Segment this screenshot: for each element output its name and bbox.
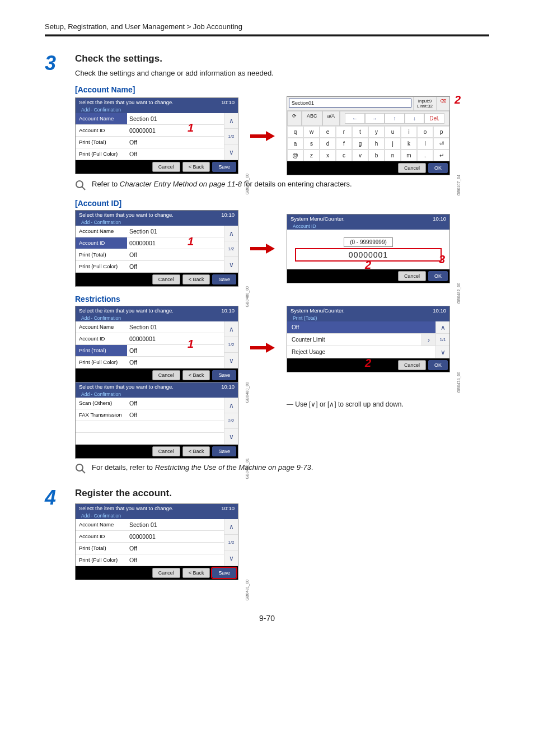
row-acct-name-val[interactable]: Section 01 bbox=[127, 519, 224, 530]
key-c[interactable]: c bbox=[336, 150, 352, 161]
kb-mode-case[interactable]: a/A bbox=[322, 111, 340, 126]
menu-reject-usage[interactable]: Reject Usage bbox=[287, 346, 435, 358]
kb-input-field[interactable]: Section01 bbox=[289, 99, 411, 108]
row-pt-val[interactable]: Off bbox=[127, 345, 224, 356]
save-button[interactable]: Save bbox=[212, 370, 236, 380]
back-button[interactable]: < Back bbox=[182, 446, 210, 456]
key-g[interactable]: g bbox=[352, 138, 368, 150]
cancel-button[interactable]: Cancel bbox=[398, 360, 426, 370]
key-p[interactable]: p bbox=[433, 126, 449, 138]
scroll-down-icon[interactable]: ∨ bbox=[224, 550, 238, 566]
key-j[interactable]: j bbox=[385, 138, 401, 150]
ok-button[interactable]: OK bbox=[428, 360, 448, 370]
back-button[interactable]: < Back bbox=[182, 568, 210, 578]
row-pt-val[interactable]: Off bbox=[127, 543, 224, 554]
cancel-button[interactable]: Cancel bbox=[152, 370, 180, 380]
menu-off[interactable]: Off bbox=[287, 321, 435, 333]
key-q[interactable]: q bbox=[287, 126, 303, 138]
key-d[interactable]: d bbox=[320, 138, 336, 150]
lcd-restrict-top[interactable]: Select the item that you want to change.… bbox=[75, 306, 238, 382]
row-pfc-val[interactable]: Off bbox=[127, 357, 224, 368]
key-h[interactable]: h bbox=[368, 138, 385, 150]
key-v[interactable]: v bbox=[352, 150, 368, 161]
row-acct-name-val[interactable]: Section 01 bbox=[127, 321, 224, 333]
kb-nav-left[interactable]: ← bbox=[345, 113, 365, 124]
scroll-down-icon[interactable]: ∨ bbox=[224, 257, 238, 273]
key-b[interactable]: b bbox=[368, 150, 385, 161]
key-k[interactable]: k bbox=[401, 138, 417, 150]
lcd-print-total-menu[interactable]: System Menu/Counter.10:10 Print (Total) … bbox=[287, 306, 450, 372]
save-button[interactable]: Save bbox=[212, 568, 236, 578]
cancel-button[interactable]: Cancel bbox=[152, 274, 180, 284]
lcd-account-name-left[interactable]: Select the item that you want to change.… bbox=[75, 97, 238, 174]
lcd-restrict-bottom[interactable]: Select the item that you want to change.… bbox=[75, 382, 238, 459]
row-pt-val[interactable]: Off bbox=[127, 137, 224, 148]
back-button[interactable]: < Back bbox=[182, 370, 210, 380]
lcd-register[interactable]: Select the item that you want to change.… bbox=[75, 503, 238, 580]
id-value-box[interactable]: 00000001 bbox=[295, 248, 442, 262]
key-z[interactable]: z bbox=[303, 150, 320, 161]
key-w[interactable]: w bbox=[303, 126, 320, 138]
cancel-button[interactable]: Cancel bbox=[152, 568, 180, 578]
key-r[interactable]: r bbox=[336, 126, 352, 138]
scroll-up-icon[interactable]: ∧ bbox=[224, 398, 238, 413]
key-u[interactable]: u bbox=[385, 126, 401, 138]
kb-del[interactable]: Del. bbox=[424, 113, 444, 124]
row-fax-val[interactable]: Off bbox=[127, 409, 224, 421]
chevron-right-icon[interactable]: › bbox=[421, 334, 435, 346]
scroll-up-icon[interactable]: ∧ bbox=[224, 226, 238, 241]
row-acct-id-val[interactable]: 00000001 bbox=[127, 237, 224, 249]
key-m[interactable]: m bbox=[401, 150, 417, 161]
kb-nav-up[interactable]: ↑ bbox=[385, 113, 405, 124]
onscreen-keyboard[interactable]: Section01 Input:9Limit:32 ⌫ ⟳ ABC a/A ← … bbox=[287, 96, 450, 175]
scroll-up-icon[interactable]: ∧ bbox=[224, 113, 238, 129]
key-i[interactable]: i bbox=[401, 126, 417, 138]
scroll-up-icon[interactable]: ∧ bbox=[224, 519, 238, 535]
kb-cancel-button[interactable]: Cancel bbox=[398, 163, 426, 173]
key-a[interactable]: a bbox=[287, 138, 303, 150]
kb-ok-button[interactable]: OK bbox=[428, 163, 448, 173]
key-x[interactable]: x bbox=[320, 150, 336, 161]
key-y[interactable]: y bbox=[368, 126, 385, 138]
key-n[interactable]: n bbox=[385, 150, 401, 161]
row-pfc-val[interactable]: Off bbox=[127, 554, 224, 566]
lcd-account-id-right[interactable]: System Menu/Counter.10:10 Account ID (0 … bbox=[287, 214, 450, 283]
save-button[interactable]: Save bbox=[212, 446, 236, 456]
row-acct-name-val[interactable]: Section 01 bbox=[127, 226, 224, 237]
scroll-down-icon[interactable]: ∨ bbox=[224, 144, 238, 160]
kb-mode-toggle[interactable]: ⟳ bbox=[287, 111, 302, 126]
key-enter[interactable]: ↵ bbox=[433, 150, 449, 161]
key-o[interactable]: o bbox=[417, 126, 433, 138]
row-acct-name-val[interactable]: Section 01 bbox=[127, 113, 224, 124]
scroll-up-icon[interactable]: ∧ bbox=[224, 321, 238, 337]
save-button[interactable]: Save bbox=[212, 162, 236, 172]
key-e[interactable]: e bbox=[320, 126, 336, 138]
kb-backspace-icon[interactable]: ⌫ bbox=[436, 97, 449, 110]
cancel-button[interactable]: Cancel bbox=[152, 162, 180, 172]
key-space[interactable]: ⏎ bbox=[433, 138, 449, 150]
key-l[interactable]: l bbox=[417, 138, 433, 150]
cancel-button[interactable]: Cancel bbox=[152, 446, 180, 456]
back-button[interactable]: < Back bbox=[182, 162, 210, 172]
scroll-down-icon[interactable]: ∨ bbox=[224, 429, 238, 445]
key-at[interactable]: @ bbox=[287, 150, 303, 161]
kb-nav-down[interactable]: ↓ bbox=[405, 113, 425, 124]
key-dot[interactable]: . bbox=[417, 150, 433, 161]
row-acct-id-val[interactable]: 00000001 bbox=[127, 125, 224, 136]
key-t[interactable]: t bbox=[352, 126, 368, 138]
row-acct-id-val[interactable]: 00000001 bbox=[127, 333, 224, 344]
scroll-down-icon[interactable]: ∨ bbox=[436, 346, 449, 358]
row-acct-id-val[interactable]: 00000001 bbox=[127, 531, 224, 542]
ok-button[interactable]: OK bbox=[428, 271, 448, 281]
back-button[interactable]: < Back bbox=[182, 274, 210, 284]
kb-mode-abc[interactable]: ABC bbox=[302, 111, 322, 126]
save-button[interactable]: Save bbox=[212, 274, 236, 284]
row-scan-val[interactable]: Off bbox=[127, 398, 224, 409]
menu-counter-limit[interactable]: Counter Limit bbox=[287, 334, 421, 346]
scroll-up-icon[interactable]: ∧ bbox=[436, 321, 449, 334]
row-pfc-val[interactable]: Off bbox=[127, 148, 224, 160]
key-s[interactable]: s bbox=[303, 138, 320, 150]
row-pfc-val[interactable]: Off bbox=[127, 261, 224, 272]
key-f[interactable]: f bbox=[336, 138, 352, 150]
row-pt-val[interactable]: Off bbox=[127, 249, 224, 260]
